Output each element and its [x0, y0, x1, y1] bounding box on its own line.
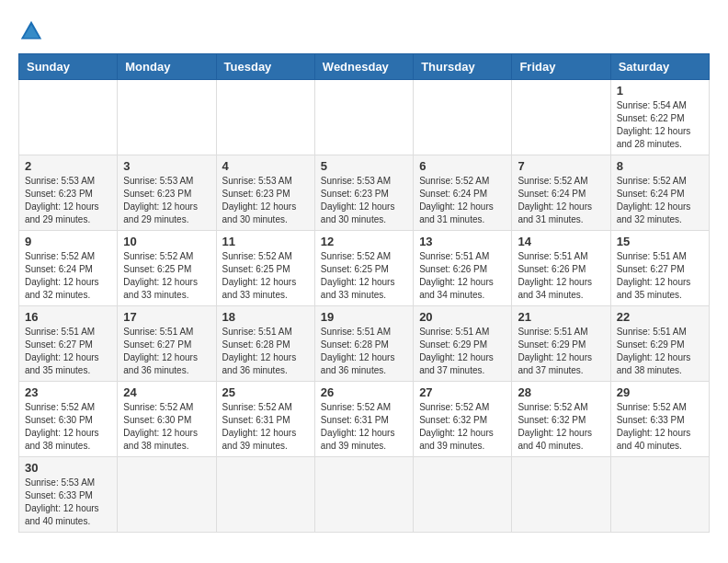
day-number: 27 [419, 385, 506, 399]
calendar-cell: 30Sunrise: 5:53 AM Sunset: 6:33 PM Dayli… [19, 457, 118, 533]
day-number: 17 [123, 310, 210, 324]
day-number: 15 [617, 235, 703, 248]
day-number: 29 [617, 385, 703, 399]
calendar-cell [118, 457, 216, 533]
calendar-cell [118, 80, 216, 155]
calendar-cell: 20Sunrise: 5:51 AM Sunset: 6:29 PM Dayli… [414, 306, 512, 382]
day-info: Sunrise: 5:52 AM Sunset: 6:31 PM Dayligh… [321, 401, 407, 453]
calendar-week-row: 2Sunrise: 5:53 AM Sunset: 6:23 PM Daylig… [19, 155, 710, 231]
day-info: Sunrise: 5:52 AM Sunset: 6:30 PM Dayligh… [25, 401, 111, 453]
day-info: Sunrise: 5:51 AM Sunset: 6:28 PM Dayligh… [321, 326, 407, 377]
day-info: Sunrise: 5:52 AM Sunset: 6:24 PM Dayligh… [419, 175, 506, 226]
calendar-table: SundayMondayTuesdayWednesdayThursdayFrid… [18, 53, 710, 533]
calendar-cell [314, 80, 413, 155]
weekday-header-thursday: Thursday [414, 54, 512, 80]
calendar-cell: 11Sunrise: 5:52 AM Sunset: 6:25 PM Dayli… [216, 231, 314, 306]
day-info: Sunrise: 5:53 AM Sunset: 6:23 PM Dayligh… [321, 175, 407, 226]
day-info: Sunrise: 5:53 AM Sunset: 6:23 PM Dayligh… [123, 175, 210, 226]
calendar-cell: 6Sunrise: 5:52 AM Sunset: 6:24 PM Daylig… [414, 155, 512, 231]
day-info: Sunrise: 5:51 AM Sunset: 6:26 PM Dayligh… [518, 250, 604, 302]
day-info: Sunrise: 5:51 AM Sunset: 6:29 PM Dayligh… [617, 326, 703, 377]
calendar-cell: 13Sunrise: 5:51 AM Sunset: 6:26 PM Dayli… [414, 231, 512, 306]
day-number: 3 [123, 159, 210, 173]
day-number: 22 [617, 310, 703, 324]
logo [18, 18, 51, 44]
day-info: Sunrise: 5:52 AM Sunset: 6:32 PM Dayligh… [518, 401, 604, 453]
day-number: 5 [321, 159, 407, 173]
day-number: 28 [518, 385, 604, 399]
day-number: 24 [123, 385, 210, 399]
day-info: Sunrise: 5:51 AM Sunset: 6:29 PM Dayligh… [518, 326, 604, 377]
day-info: Sunrise: 5:51 AM Sunset: 6:28 PM Dayligh… [222, 326, 309, 377]
day-number: 13 [419, 235, 506, 248]
day-info: Sunrise: 5:51 AM Sunset: 6:27 PM Dayligh… [25, 326, 111, 377]
day-number: 25 [222, 385, 309, 399]
calendar-cell [216, 80, 314, 155]
day-info: Sunrise: 5:51 AM Sunset: 6:27 PM Dayligh… [617, 250, 703, 302]
calendar-cell: 24Sunrise: 5:52 AM Sunset: 6:30 PM Dayli… [118, 382, 216, 457]
calendar-cell: 4Sunrise: 5:53 AM Sunset: 6:23 PM Daylig… [216, 155, 314, 231]
day-number: 11 [222, 235, 309, 248]
calendar-cell: 19Sunrise: 5:51 AM Sunset: 6:28 PM Dayli… [314, 306, 413, 382]
calendar-cell: 21Sunrise: 5:51 AM Sunset: 6:29 PM Dayli… [512, 306, 610, 382]
weekday-header-tuesday: Tuesday [216, 54, 314, 80]
day-number: 16 [25, 310, 111, 324]
calendar-cell: 17Sunrise: 5:51 AM Sunset: 6:27 PM Dayli… [118, 306, 216, 382]
calendar-cell: 3Sunrise: 5:53 AM Sunset: 6:23 PM Daylig… [118, 155, 216, 231]
day-info: Sunrise: 5:53 AM Sunset: 6:33 PM Dayligh… [25, 477, 111, 528]
calendar-week-row: 16Sunrise: 5:51 AM Sunset: 6:27 PM Dayli… [19, 306, 710, 382]
day-info: Sunrise: 5:53 AM Sunset: 6:23 PM Dayligh… [222, 175, 309, 226]
day-number: 21 [518, 310, 604, 324]
calendar-week-row: 30Sunrise: 5:53 AM Sunset: 6:33 PM Dayli… [19, 457, 710, 533]
day-info: Sunrise: 5:52 AM Sunset: 6:24 PM Dayligh… [617, 175, 703, 226]
calendar-cell: 18Sunrise: 5:51 AM Sunset: 6:28 PM Dayli… [216, 306, 314, 382]
day-number: 9 [25, 235, 111, 248]
calendar-cell: 27Sunrise: 5:52 AM Sunset: 6:32 PM Dayli… [414, 382, 512, 457]
weekday-header-row: SundayMondayTuesdayWednesdayThursdayFrid… [19, 54, 710, 80]
calendar-cell: 29Sunrise: 5:52 AM Sunset: 6:33 PM Dayli… [610, 382, 709, 457]
calendar-cell: 22Sunrise: 5:51 AM Sunset: 6:29 PM Dayli… [610, 306, 709, 382]
calendar-cell: 26Sunrise: 5:52 AM Sunset: 6:31 PM Dayli… [314, 382, 413, 457]
calendar-cell: 25Sunrise: 5:52 AM Sunset: 6:31 PM Dayli… [216, 382, 314, 457]
day-number: 19 [321, 310, 407, 324]
calendar-cell: 16Sunrise: 5:51 AM Sunset: 6:27 PM Dayli… [19, 306, 118, 382]
weekday-header-friday: Friday [512, 54, 610, 80]
day-info: Sunrise: 5:52 AM Sunset: 6:25 PM Dayligh… [123, 250, 210, 302]
calendar-cell [414, 457, 512, 533]
day-number: 20 [419, 310, 506, 324]
day-info: Sunrise: 5:54 AM Sunset: 6:22 PM Dayligh… [617, 99, 703, 151]
calendar-cell: 1Sunrise: 5:54 AM Sunset: 6:22 PM Daylig… [610, 80, 709, 155]
weekday-header-monday: Monday [118, 54, 216, 80]
day-number: 6 [419, 159, 506, 173]
logo-area [18, 18, 51, 44]
day-number: 12 [321, 235, 407, 248]
day-info: Sunrise: 5:52 AM Sunset: 6:31 PM Dayligh… [222, 401, 309, 453]
calendar-cell: 12Sunrise: 5:52 AM Sunset: 6:25 PM Dayli… [314, 231, 413, 306]
day-number: 7 [518, 159, 604, 173]
calendar-cell: 28Sunrise: 5:52 AM Sunset: 6:32 PM Dayli… [512, 382, 610, 457]
day-info: Sunrise: 5:52 AM Sunset: 6:24 PM Dayligh… [518, 175, 604, 226]
calendar-cell: 5Sunrise: 5:53 AM Sunset: 6:23 PM Daylig… [314, 155, 413, 231]
day-number: 18 [222, 310, 309, 324]
day-info: Sunrise: 5:52 AM Sunset: 6:30 PM Dayligh… [123, 401, 210, 453]
calendar-week-row: 23Sunrise: 5:52 AM Sunset: 6:30 PM Dayli… [19, 382, 710, 457]
calendar-cell: 2Sunrise: 5:53 AM Sunset: 6:23 PM Daylig… [19, 155, 118, 231]
day-number: 30 [25, 461, 111, 475]
day-number: 1 [617, 84, 703, 98]
calendar-week-row: 9Sunrise: 5:52 AM Sunset: 6:24 PM Daylig… [19, 231, 710, 306]
day-number: 26 [321, 385, 407, 399]
weekday-header-sunday: Sunday [19, 54, 118, 80]
calendar-cell [512, 80, 610, 155]
calendar-cell [512, 457, 610, 533]
calendar-cell [414, 80, 512, 155]
calendar-cell [610, 457, 709, 533]
calendar-cell: 7Sunrise: 5:52 AM Sunset: 6:24 PM Daylig… [512, 155, 610, 231]
day-number: 8 [617, 159, 703, 173]
day-number: 4 [222, 159, 309, 173]
header [18, 18, 710, 44]
calendar-cell: 10Sunrise: 5:52 AM Sunset: 6:25 PM Dayli… [118, 231, 216, 306]
logo-icon [18, 18, 44, 44]
day-info: Sunrise: 5:52 AM Sunset: 6:33 PM Dayligh… [617, 401, 703, 453]
day-number: 14 [518, 235, 604, 248]
calendar-week-row: 1Sunrise: 5:54 AM Sunset: 6:22 PM Daylig… [19, 80, 710, 155]
